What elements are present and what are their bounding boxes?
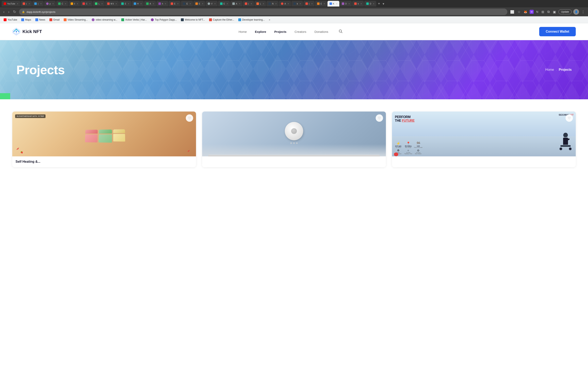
tab-8[interactable]: L × [93,1,104,7]
bookmarks-overflow[interactable]: » [267,17,272,22]
address-text: dapp.kicknft.xyz/projects [26,10,56,13]
bookmark-action-verbs[interactable]: Action Verbs | Har... [120,17,148,22]
tab-26[interactable]: E × [315,1,327,7]
tab-5[interactable]: C × [56,1,68,7]
wallet-icon[interactable]: W [530,10,534,14]
tab-29[interactable]: k × [352,1,364,7]
nav-donations[interactable]: Donations [314,30,328,33]
bookmark-maps[interactable]: Maps [20,17,33,22]
tab-23[interactable]: A × [279,1,291,7]
nav-projects[interactable]: Projects [274,30,286,33]
hero-title: Projects [16,63,65,77]
tab-18[interactable]: E × [218,1,230,7]
sidebar-icon[interactable]: ▣ [552,9,557,15]
bookmark-dev[interactable]: Developer learning... [237,17,267,22]
tab-3[interactable]: ( × [32,1,43,7]
ext-icon-1[interactable]: ⊞ [541,9,545,15]
tab-11[interactable]: H × [132,1,144,7]
nav-explore[interactable]: Explore [255,30,266,33]
ext-icon-2[interactable]: ⧉ [546,9,550,15]
cast-icon[interactable]: ⬜ [509,9,515,15]
breadcrumb-current: Projects [559,68,572,72]
breadcrumb-home[interactable]: Home [545,68,554,72]
tab-4[interactable]: p × [44,1,56,7]
tab-6[interactable]: li × [69,1,80,7]
tab-list-button[interactable]: ▾ [382,2,385,6]
tab-17[interactable]: V × [206,1,218,7]
tab-10[interactable]: E × [119,1,131,7]
site-navigation: Kick NFT Home Explore Projects Creators … [0,23,588,40]
tab-20[interactable]: ( × [243,1,254,7]
project-card-2-image: ♡ [202,111,386,156]
browser-chrome: YouTube × ( × ( × p × C × li × [0,0,588,23]
tab-21[interactable]: L × [254,1,266,7]
bookmark-gmail[interactable]: Gmail [48,17,61,22]
project-3-heart[interactable]: ♡ [566,114,573,122]
bookmark-icon[interactable]: ☆ [517,9,521,15]
tab-22[interactable]: N × [267,1,278,7]
notion-icon[interactable]: N [535,9,539,14]
svg-point-4 [18,31,19,32]
logo-text: Kick NFT [22,29,42,34]
forward-button[interactable]: › [7,9,10,15]
tab-bar: YouTube × ( × ( × p × C × li × [0,0,588,7]
new-tab-button[interactable]: + [377,2,381,6]
search-icon[interactable] [338,29,343,34]
svg-point-2 [16,31,17,32]
nav-creators[interactable]: Creators [295,30,306,33]
hero-banner: Projects Home . Projects [0,40,588,99]
svg-point-6 [339,30,342,32]
profile-avatar[interactable]: 👤 [573,9,579,15]
projects-grid: 🌶 🌶 🍓 IN PARTNERSHIP WITH ✕ TCF ♡ [12,111,576,167]
partner-badge: IN PARTNERSHIP WITH ✕ TCF [15,114,45,118]
project-2-heart[interactable]: ♡ [376,114,383,122]
project-card-1-body: Self Heating &... [12,156,196,167]
project-card-2: ♡ [202,111,386,167]
reload-button[interactable]: ↻ [12,9,17,15]
bookmark-polygon[interactable]: Top Polygon Dapp... [149,17,178,22]
bookmark-video-streaming-2[interactable]: video streaming w... [90,17,119,22]
nav-links: Home Explore Projects Creators Donations [239,29,343,34]
breadcrumb-separator: . [556,68,557,71]
menu-icon[interactable]: ⋮ [581,9,586,15]
tab-7[interactable]: C × [80,1,93,7]
bookmark-video-streaming[interactable]: Video Streaming... [62,17,89,22]
tab-19[interactable]: A × [230,1,242,7]
back-button[interactable]: ‹ [2,9,5,15]
nav-home[interactable]: Home [239,30,247,33]
hero-accent-bar [0,93,10,99]
tab-13[interactable]: h × [156,1,168,7]
project-card-3-body [392,156,576,163]
metamask-icon[interactable]: 🦊 [523,9,528,14]
svg-point-3 [16,29,17,30]
specs-grid: ⚡ 43.5 mph Top Speed 📍 55.9 Miles Max Ra… [394,142,423,154]
bookmark-capture[interactable]: Capture the Ether... [208,17,236,22]
bookmark-youtube[interactable]: YouTube [2,17,19,22]
update-button[interactable]: Update [558,9,572,14]
tab-16[interactable]: E × [193,1,205,7]
tab-youtube[interactable]: YouTube × [2,1,20,7]
tab-28[interactable]: D × [340,1,352,7]
tab-25[interactable]: ( × [303,1,315,7]
tab-30[interactable]: D × [364,1,376,7]
projects-section: 🌶 🌶 🍓 IN PARTNERSHIP WITH ✕ TCF ♡ [0,99,588,184]
tab-9[interactable]: M li × [105,1,119,7]
logo[interactable]: Kick NFT [12,27,42,36]
project-1-heart[interactable]: ♡ [186,114,193,122]
bookmark-news[interactable]: News [34,17,47,22]
project-card-1: 🌶 🌶 🍓 IN PARTNERSHIP WITH ✕ TCF ♡ [12,111,196,167]
project-card-1-title: Self Heating &... [16,160,193,164]
tab-15[interactable]: E × [181,1,193,7]
bookmarks-bar: YouTube Maps News Gmail Video Streaming.… [0,16,588,23]
bookmark-nft[interactable]: Welcome to NFT... [179,17,207,22]
project-card-2-body [202,156,386,163]
tab-14[interactable]: E × [169,1,181,7]
tab-active[interactable]: K × [328,1,339,7]
address-bar[interactable]: 🔒 dapp.kicknft.xyz/projects [19,8,507,15]
connect-wallet-button[interactable]: Connect Wallet [539,27,576,36]
tab-2[interactable]: ( × [21,1,32,7]
tab-24[interactable]: k × [291,1,303,7]
tab-12[interactable]: A × [144,1,156,7]
toolbar-icons: ⬜ ☆ 🦊 W N ⊞ ⧉ ▣ Update 👤 ⋮ [509,9,586,15]
perform-future-heading: PERFORM THE FUTURE [395,115,415,123]
